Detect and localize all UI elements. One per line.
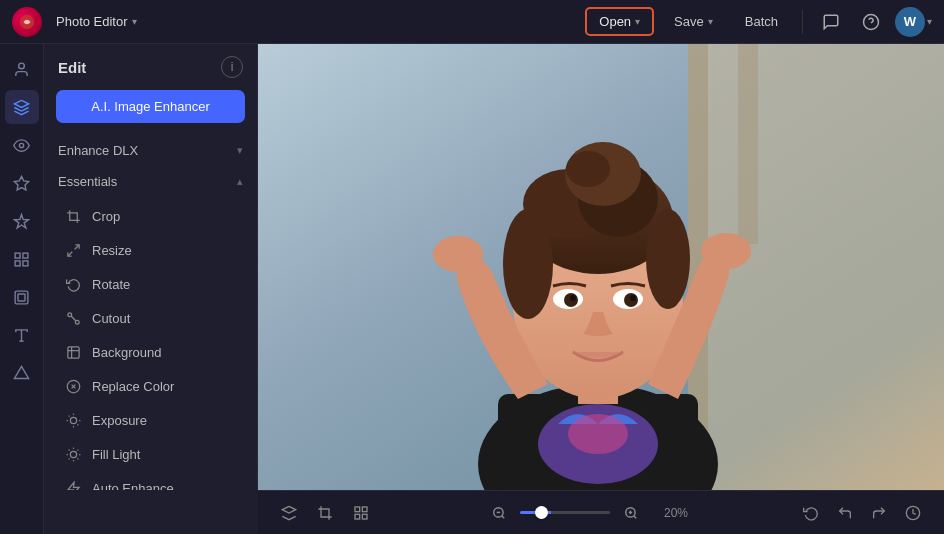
essentials-label: Essentials — [58, 174, 117, 189]
svg-line-15 — [67, 251, 71, 255]
shapes-icon-btn[interactable] — [5, 356, 39, 390]
rotate-icon — [64, 275, 82, 293]
replace-color-label: Replace Color — [92, 379, 174, 394]
redo-icon-btn[interactable] — [864, 498, 894, 528]
profile-icon-btn[interactable] — [5, 52, 39, 86]
cutout-icon — [64, 309, 82, 327]
layers-icon-btn[interactable] — [5, 90, 39, 124]
exposure-icon — [64, 411, 82, 429]
svg-rect-19 — [67, 346, 78, 357]
ai-enhancer-button[interactable]: A.I. Image Enhancer — [56, 90, 245, 123]
grid-icon-btn[interactable] — [5, 242, 39, 276]
svg-line-18 — [71, 316, 75, 320]
svg-point-52 — [503, 209, 553, 319]
cutout-label: Cutout — [92, 311, 130, 326]
svg-point-60 — [433, 236, 483, 272]
open-label: Open — [599, 14, 631, 29]
fill-light-label: Fill Light — [92, 447, 140, 462]
text-icon-btn[interactable] — [5, 318, 39, 352]
svg-rect-66 — [355, 514, 360, 519]
svg-point-3 — [19, 63, 25, 69]
menu-item-replace-color[interactable]: Replace Color — [48, 369, 253, 403]
svg-point-58 — [570, 295, 576, 301]
zoom-slider[interactable] — [520, 511, 610, 514]
undo-icon-btn[interactable] — [830, 498, 860, 528]
crop-bottom-icon-btn[interactable] — [310, 498, 340, 528]
rotate-label: Rotate — [92, 277, 130, 292]
auto-enhance-icon — [64, 479, 82, 490]
header-divider — [802, 10, 803, 34]
background-label: Background — [92, 345, 161, 360]
essentials-items: Crop Resize Rotate — [44, 197, 257, 490]
svg-rect-8 — [15, 260, 20, 265]
batch-button[interactable]: Batch — [733, 9, 790, 34]
bottom-toolbar: 20% — [258, 490, 944, 534]
grid-bottom-icon-btn[interactable] — [346, 498, 376, 528]
svg-rect-7 — [23, 253, 28, 258]
svg-rect-67 — [362, 514, 367, 519]
svg-point-27 — [70, 451, 76, 457]
avatar[interactable]: W — [895, 7, 925, 37]
svg-rect-42 — [738, 44, 758, 244]
help-icon-button[interactable] — [855, 6, 887, 38]
svg-line-35 — [68, 458, 69, 459]
enhance-dlx-chevron-icon: ▾ — [237, 144, 243, 157]
frame-icon-btn[interactable] — [5, 280, 39, 314]
zoom-in-button[interactable] — [616, 498, 646, 528]
svg-line-23 — [68, 415, 69, 416]
svg-point-16 — [67, 312, 71, 316]
history-icon-btn[interactable] — [898, 498, 928, 528]
menu-item-fill-light[interactable]: Fill Light — [48, 437, 253, 471]
menu-item-cutout[interactable]: Cutout — [48, 301, 253, 335]
menu-item-rotate[interactable]: Rotate — [48, 267, 253, 301]
svg-point-17 — [75, 320, 79, 324]
avatar-wrapper[interactable]: W ▾ — [895, 7, 932, 37]
svg-line-34 — [77, 449, 78, 450]
panel-header: Edit i — [44, 44, 257, 86]
resize-label: Resize — [92, 243, 132, 258]
resize-icon — [64, 241, 82, 259]
sparkle-icon-btn[interactable] — [5, 204, 39, 238]
svg-rect-65 — [362, 507, 367, 512]
zoom-value: 20% — [652, 506, 688, 520]
essentials-section[interactable]: Essentials ▴ — [44, 166, 257, 197]
save-chevron-icon: ▾ — [708, 16, 713, 27]
eye-icon-btn[interactable] — [5, 128, 39, 162]
app-name-chevron-icon: ▾ — [132, 16, 137, 27]
svg-point-53 — [646, 209, 690, 309]
canvas-area — [258, 44, 944, 490]
auto-enhance-label: Auto Enhance — [92, 481, 174, 491]
info-button[interactable]: i — [221, 56, 243, 78]
menu-item-exposure[interactable]: Exposure — [48, 403, 253, 437]
svg-line-72 — [634, 515, 637, 518]
app-logo[interactable] — [12, 7, 42, 37]
app-name-button[interactable]: Photo Editor ▾ — [50, 10, 143, 33]
layers-bottom-icon-btn[interactable] — [274, 498, 304, 528]
svg-rect-10 — [15, 291, 28, 304]
open-button[interactable]: Open ▾ — [585, 7, 654, 36]
save-button[interactable]: Save ▾ — [662, 9, 725, 34]
zoom-out-button[interactable] — [484, 498, 514, 528]
menu-item-background[interactable]: Background — [48, 335, 253, 369]
edit-panel: Edit i A.I. Image Enhancer Enhance DLX ▾… — [44, 44, 258, 490]
reset-view-icon-btn[interactable] — [796, 498, 826, 528]
magic-icon-btn[interactable] — [5, 166, 39, 200]
svg-rect-9 — [23, 260, 28, 265]
crop-label: Crop — [92, 209, 120, 224]
enhance-dlx-label: Enhance DLX — [58, 143, 138, 158]
chat-icon-button[interactable] — [815, 6, 847, 38]
svg-marker-36 — [67, 482, 78, 490]
menu-item-crop[interactable]: Crop — [48, 199, 253, 233]
svg-point-59 — [630, 295, 636, 301]
menu-item-resize[interactable]: Resize — [48, 233, 253, 267]
replace-color-icon — [64, 377, 82, 395]
essentials-chevron-icon: ▴ — [237, 175, 243, 188]
save-label: Save — [674, 14, 704, 29]
batch-label: Batch — [745, 14, 778, 29]
menu-item-auto-enhance[interactable]: Auto Enhance — [48, 471, 253, 490]
left-sidebar — [0, 44, 44, 534]
bottom-right-controls — [796, 498, 928, 528]
svg-line-30 — [68, 449, 69, 450]
enhance-dlx-section[interactable]: Enhance DLX ▾ — [44, 135, 257, 166]
svg-point-4 — [19, 143, 23, 147]
